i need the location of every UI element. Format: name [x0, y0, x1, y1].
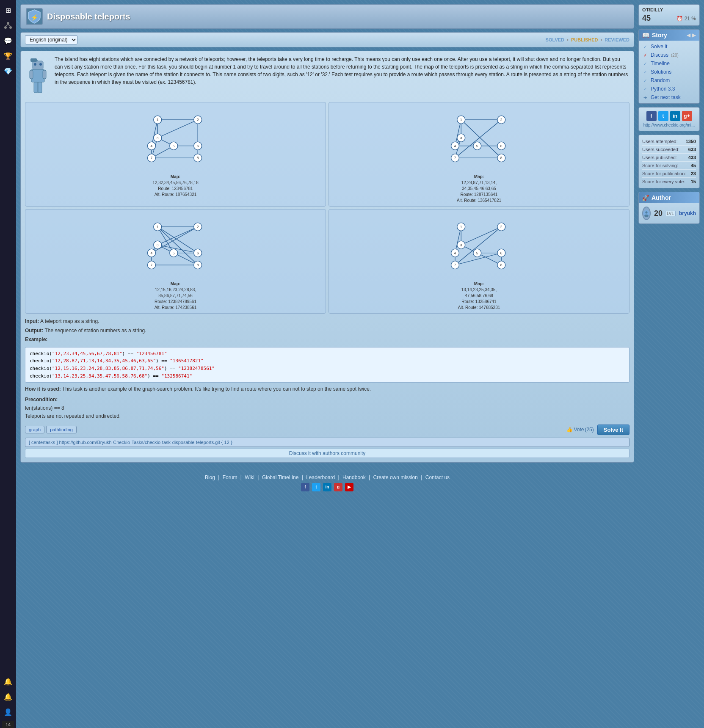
stat-val-score-solving: 45	[691, 163, 696, 168]
input-label: Input:	[25, 318, 39, 324]
facebook-icon[interactable]: f	[646, 111, 657, 121]
check-icon-python: ✓	[642, 87, 648, 91]
graph-caption-2: Map:12,28,87,71,13,14,34,35,45,46,63,65R…	[331, 174, 627, 204]
author-header: 🚀 Author	[639, 192, 699, 203]
oreilly-row: 45 ⏰ 21 %	[642, 14, 696, 23]
graph-cell-2: 1 2 3 4 5 6 7	[329, 102, 629, 207]
svg-line-19	[157, 120, 198, 138]
story-prev-icon[interactable]: ◀	[687, 32, 690, 38]
author-content: 20 LVL bryukh	[639, 203, 699, 223]
story-item-next-task[interactable]: ➔ Get next task	[641, 93, 697, 102]
vote-count: (25)	[585, 427, 594, 433]
twitter-icon[interactable]: t	[658, 111, 668, 121]
story-item-solve-label: Solve it	[651, 44, 667, 50]
svg-text:2: 2	[196, 225, 199, 229]
tags-container: graph pathfinding	[25, 426, 77, 433]
svg-point-127	[644, 215, 649, 217]
svg-line-3	[6, 25, 8, 26]
story-item-solutions[interactable]: ✓ Solutions	[641, 68, 697, 76]
author-icon: 🚀	[642, 195, 649, 201]
task-body: The island has eight stations which are …	[20, 51, 634, 463]
oreilly-number: 45	[642, 14, 651, 23]
tags-solve-bar: graph pathfinding 👍 Vote (25) Solve It	[25, 425, 629, 435]
linkedin-icon[interactable]: in	[670, 111, 680, 121]
svg-line-45	[461, 120, 501, 158]
svg-line-101	[461, 227, 501, 245]
tag-pathfinding[interactable]: pathfinding	[46, 426, 77, 433]
svg-text:7: 7	[454, 263, 456, 267]
footer-link-handbook[interactable]: Handbook	[342, 474, 366, 480]
footer: Blog | Forum | Wiki | Global TimeLine | …	[20, 466, 634, 496]
author-info: 20 LVL	[654, 209, 676, 218]
tag-graph[interactable]: graph	[25, 426, 44, 433]
story-item-random[interactable]: ✓ Random	[641, 76, 697, 85]
sidebar-item-trophy[interactable]: 🏆	[2, 50, 14, 62]
footer-linkedin-icon[interactable]: in	[323, 483, 331, 491]
main-area: ⚡ Disposable teleports English (original…	[16, 0, 704, 728]
check-icon-solve: ✓	[642, 44, 648, 49]
story-next-icon[interactable]: ▶	[692, 32, 696, 38]
lang-bar: English (original) SOLVED • PUBLISHED • …	[20, 32, 634, 47]
arrow-icon-next: ➔	[642, 95, 648, 100]
author-avatar	[642, 207, 651, 220]
graph-cell-4: 1 2 3 4 5 6 7	[329, 209, 629, 314]
stat-label-published: Users published:	[642, 155, 677, 160]
svg-text:2: 2	[500, 225, 502, 229]
svg-text:5: 5	[476, 251, 478, 255]
sidebar-item-chat[interactable]: 💬	[2, 35, 14, 47]
footer-link-wiki[interactable]: Wiki	[245, 474, 254, 480]
story-item-timeline[interactable]: ✓ Timeline	[641, 59, 697, 68]
precond-line-2: Teleports are not repeated and undirecte…	[25, 413, 121, 419]
sidebar-item-network[interactable]	[2, 19, 14, 31]
social-icons: f t in g+	[642, 111, 696, 121]
badge-published: PUBLISHED	[571, 37, 598, 42]
author-name-link[interactable]: bryukh	[679, 210, 696, 216]
footer-link-global-timeline[interactable]: Global TimeLine	[262, 474, 299, 480]
sidebar-badge: 14	[2, 721, 14, 728]
footer-link-contact[interactable]: Contact us	[425, 474, 450, 480]
sidebar-item-bell[interactable]: 🔔	[2, 676, 14, 687]
story-header: 📖 Story ◀ ▶	[639, 30, 699, 41]
vote-button[interactable]: 👍 Vote (25)	[566, 427, 594, 433]
graph-caption-3: Map:12,15,16,23,24,28,83,85,86,87,71,74,…	[28, 281, 323, 311]
graph-cell-1: 1 2 3 4 5 6 7	[25, 102, 326, 207]
svg-text:3: 3	[156, 243, 158, 247]
footer-youtube-icon[interactable]: ▶	[345, 483, 353, 491]
sidebar-item-user[interactable]: 👤	[2, 706, 14, 718]
footer-link-blog[interactable]: Blog	[205, 474, 215, 480]
solve-button[interactable]: Solve It	[597, 425, 629, 435]
book-icon: 📖	[642, 32, 649, 39]
stats-box: Users attempted: 1350 Users succeeded: 6…	[638, 135, 700, 188]
googleplus-icon[interactable]: g+	[682, 111, 692, 121]
footer-facebook-icon[interactable]: f	[301, 483, 309, 491]
output-desc: The sequence of station numbers as a str…	[44, 328, 146, 334]
task-shield-icon: ⚡	[26, 8, 43, 25]
sidebar-item-gem[interactable]: 💎	[2, 65, 14, 77]
footer-link-leaderboard[interactable]: Leaderboard	[306, 474, 335, 480]
story-arrows: ◀ ▶	[687, 32, 696, 38]
example-label: Example:	[25, 336, 47, 342]
language-select[interactable]: English (original)	[25, 35, 77, 44]
sidebar-item-home[interactable]: ⊞	[2, 4, 14, 16]
footer-twitter-icon[interactable]: t	[312, 483, 320, 491]
svg-line-78	[157, 245, 198, 265]
svg-point-8	[39, 63, 42, 66]
footer-link-forum[interactable]: Forum	[223, 474, 237, 480]
svg-point-2	[9, 26, 12, 29]
footer-social: f t in g ▶	[20, 483, 634, 491]
sidebar-item-bell2[interactable]: 🔔	[2, 691, 14, 703]
graph-svg-4: 1 2 3 4 5 6 7	[439, 212, 519, 280]
svg-text:4: 4	[150, 144, 152, 148]
story-item-discuss[interactable]: ✗ Discuss (20)	[641, 51, 697, 59]
stat-label-attempted: Users attempted:	[642, 139, 678, 144]
badge-solved: SOLVED	[546, 37, 564, 42]
story-item-solve[interactable]: ✓ Solve it	[641, 42, 697, 51]
story-item-discuss-label: Discuss	[651, 52, 668, 58]
discuss-link[interactable]: Discuss it with authors community	[25, 449, 629, 458]
footer-google-icon[interactable]: g	[334, 483, 342, 491]
x-icon-discuss: ✗	[642, 53, 648, 58]
graph-cell-3: 1 2 3 4 5 6 7	[25, 209, 326, 314]
footer-link-create-mission[interactable]: Create own mission	[373, 474, 418, 480]
story-item-python[interactable]: ✓ Python 3.3	[641, 85, 697, 93]
social-box: f t in g+ http://www.checkio.org/mi...	[638, 107, 700, 131]
